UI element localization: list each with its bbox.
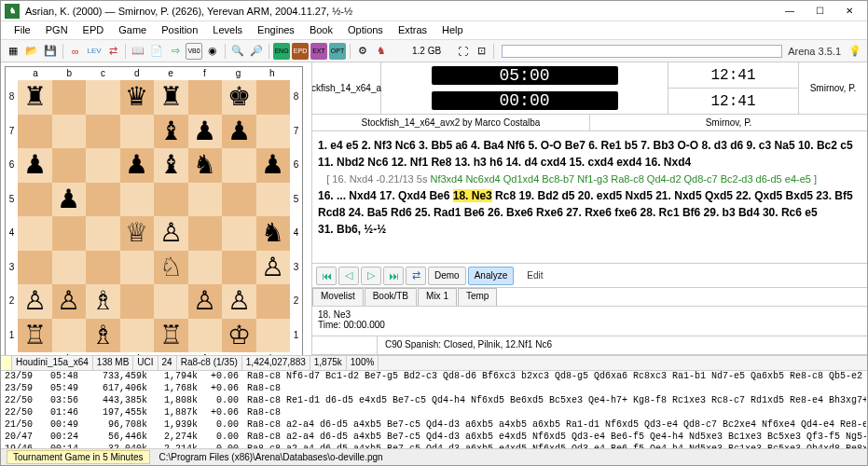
toolbar-epd-icon[interactable]: EPD — [292, 43, 309, 60]
square-e8[interactable]: ♜ — [154, 80, 188, 115]
toolbar-collapse-icon[interactable]: ⊡ — [473, 43, 489, 60]
square-f2[interactable]: ♙ — [188, 284, 223, 319]
square-d6[interactable]: ♟ — [120, 148, 155, 183]
piece-d6[interactable]: ♟ — [125, 152, 148, 178]
close-button[interactable]: ✕ — [835, 3, 863, 20]
square-g3[interactable] — [222, 251, 256, 285]
chess-board[interactable]: abcdefgh 87654321 ♜♛♜♚♝♟♟♟♟♝♞♟♟♕♙♞♘♙♙♙♗♙… — [5, 66, 303, 355]
toolbar-infinity-icon[interactable]: ∞ — [67, 43, 84, 60]
toolbar-nav-icon[interactable]: ⇨ — [167, 43, 184, 60]
square-h6[interactable]: ♟ — [256, 148, 291, 183]
piece-g7[interactable]: ♟ — [227, 118, 251, 144]
piece-d8[interactable]: ♛ — [125, 84, 148, 110]
menu-file[interactable]: File — [7, 21, 38, 39]
square-b8[interactable] — [52, 80, 87, 115]
square-b6[interactable] — [52, 148, 87, 183]
square-e6[interactable]: ♝ — [154, 148, 188, 183]
square-d7[interactable] — [120, 115, 155, 149]
tab-mix1[interactable]: Mix 1 — [418, 288, 457, 306]
piece-g8[interactable]: ♚ — [227, 84, 251, 110]
piece-e8[interactable]: ♜ — [159, 84, 183, 110]
piece-e7[interactable]: ♝ — [159, 118, 183, 144]
toolbar-open-icon[interactable]: 📂 — [23, 43, 40, 60]
piece-f2[interactable]: ♙ — [193, 288, 216, 314]
toolbar-zoom-in-icon[interactable]: 🔍 — [229, 43, 246, 60]
square-d1[interactable] — [120, 319, 155, 353]
square-d3[interactable] — [120, 251, 155, 285]
board-squares[interactable]: ♜♛♜♚♝♟♟♟♟♝♞♟♟♕♙♞♘♙♙♙♗♙♙♖♗♖♔ — [18, 80, 290, 352]
square-f8[interactable] — [188, 80, 223, 115]
demo-button[interactable]: Demo — [428, 267, 466, 285]
piece-b2[interactable]: ♙ — [57, 288, 80, 314]
square-e4[interactable]: ♙ — [154, 216, 188, 251]
square-e7[interactable]: ♝ — [154, 115, 188, 149]
square-h3[interactable]: ♙ — [256, 251, 291, 285]
toolbar-book-icon[interactable]: 📖 — [130, 43, 146, 60]
square-b4[interactable] — [52, 216, 87, 251]
tab-movelist[interactable]: Movelist — [312, 288, 364, 306]
menu-position[interactable]: Position — [154, 21, 205, 39]
piece-g1[interactable]: ♔ — [227, 322, 251, 349]
square-e5[interactable] — [154, 183, 188, 217]
square-a5[interactable] — [18, 183, 52, 217]
square-d8[interactable]: ♛ — [120, 80, 155, 115]
swap-button[interactable]: ⇄ — [406, 267, 426, 285]
square-a3[interactable] — [18, 251, 52, 285]
menu-epd[interactable]: EPD — [76, 21, 112, 39]
square-h4[interactable]: ♞ — [256, 216, 291, 251]
piece-f6[interactable]: ♞ — [193, 152, 216, 178]
square-g1[interactable]: ♔ — [222, 319, 256, 353]
piece-e1[interactable]: ♖ — [159, 322, 183, 349]
menu-extras[interactable]: Extras — [391, 21, 434, 39]
square-g6[interactable] — [222, 148, 256, 183]
piece-a2[interactable]: ♙ — [23, 288, 47, 314]
piece-c2[interactable]: ♗ — [91, 288, 115, 314]
square-b1[interactable] — [52, 319, 87, 353]
piece-h3[interactable]: ♙ — [261, 254, 284, 281]
square-f4[interactable] — [188, 216, 223, 251]
square-b7[interactable] — [52, 115, 87, 149]
square-b5[interactable]: ♟ — [52, 183, 87, 217]
square-e3[interactable]: ♘ — [154, 251, 188, 285]
piece-g2[interactable]: ♙ — [227, 288, 251, 314]
square-c5[interactable] — [86, 183, 120, 217]
square-g4[interactable] — [222, 216, 256, 251]
square-f1[interactable] — [188, 319, 223, 353]
square-a8[interactable]: ♜ — [18, 80, 52, 115]
square-g2[interactable]: ♙ — [222, 284, 256, 319]
analysis-row[interactable]: 22/5001:46197,455k1,887k+0.06Ra8-c8 — [1, 407, 867, 419]
toolbar-gear-icon[interactable]: ⚙ — [354, 43, 371, 60]
menu-help[interactable]: Help — [434, 21, 471, 39]
piece-a8[interactable]: ♜ — [23, 84, 47, 110]
toolbar-grid-icon[interactable]: ▦ — [5, 43, 21, 60]
toolbar-opt-icon[interactable]: OPT — [329, 43, 346, 60]
square-f7[interactable]: ♟ — [188, 115, 223, 149]
piece-e6[interactable]: ♝ — [159, 152, 183, 178]
menu-game[interactable]: Game — [111, 21, 154, 39]
toolbar-dot-icon[interactable]: ◉ — [204, 43, 221, 60]
current-move[interactable]: 18. Ne3 — [453, 189, 492, 202]
square-b2[interactable]: ♙ — [52, 284, 87, 319]
toolbar-arrows-icon[interactable]: ⇄ — [104, 43, 121, 60]
toolbar-ext-icon[interactable]: EXT — [310, 43, 327, 60]
square-a6[interactable]: ♟ — [18, 148, 52, 183]
square-h8[interactable] — [256, 80, 291, 115]
piece-c1[interactable]: ♗ — [91, 322, 115, 349]
toolbar-doc-icon[interactable]: 📄 — [148, 43, 165, 60]
analysis-row[interactable]: 23/5905:49617,406k1,768k+0.06Ra8-c8 — [1, 383, 867, 395]
square-f5[interactable] — [188, 183, 223, 217]
piece-h6[interactable]: ♟ — [261, 152, 284, 178]
piece-f7[interactable]: ♟ — [193, 118, 216, 144]
analysis-row[interactable]: 23/5905:48733,459k1,794k+0.06Ra8-c8 Nf6-… — [1, 371, 867, 383]
next-move-button[interactable]: ▷ — [361, 267, 381, 285]
menu-levels[interactable]: Levels — [205, 21, 250, 39]
square-c1[interactable]: ♗ — [86, 319, 120, 353]
square-g8[interactable]: ♚ — [222, 80, 256, 115]
square-d2[interactable] — [120, 284, 155, 319]
square-d5[interactable] — [120, 183, 155, 217]
edit-link[interactable]: Edit — [527, 270, 543, 281]
square-g5[interactable] — [222, 183, 256, 217]
toolbar-save-icon[interactable]: 💾 — [42, 43, 59, 60]
notation-panel[interactable]: 1. e4 e5 2. Nf3 Nc6 3. Bb5 a6 4. Ba4 Nf6… — [312, 131, 867, 264]
square-a2[interactable]: ♙ — [18, 284, 52, 319]
